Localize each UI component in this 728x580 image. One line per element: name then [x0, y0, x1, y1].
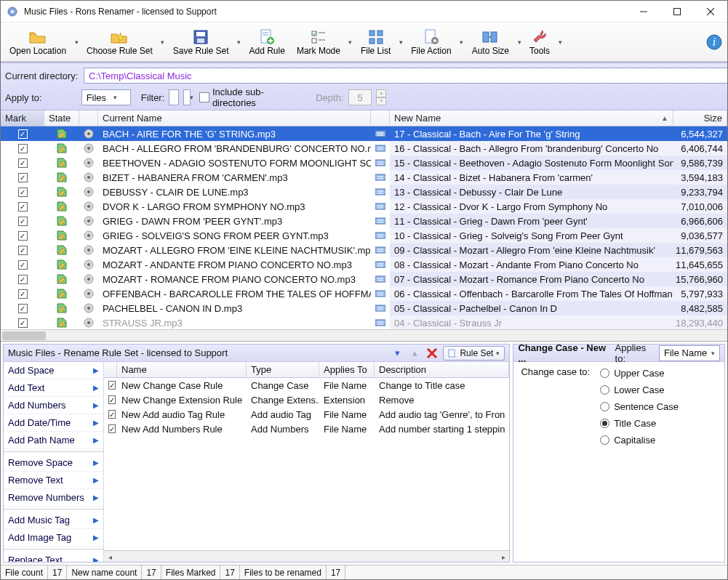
open-location-dropdown[interactable]: ▾: [72, 24, 81, 60]
row-checkbox[interactable]: ✓: [18, 129, 28, 139]
col-size[interactable]: Size: [673, 110, 727, 126]
file-row[interactable]: ✓MOZART - ALLEGRO FROM 'EINE KLEINE NACH…: [1, 243, 727, 257]
info-button[interactable]: i: [704, 32, 724, 52]
file-row[interactable]: ✓OFFENBACH - BARCAROLLE FROM THE TALES O…: [1, 286, 727, 301]
scrollbar-thumb[interactable]: [2, 331, 46, 340]
rule-action-item[interactable]: Add Space▶: [4, 362, 103, 379]
case-radio-option[interactable]: Lower Case: [600, 384, 679, 395]
grid-body[interactable]: ✓BACH - AIRE FOR THE 'G' STRING.mp317 - …: [1, 126, 727, 329]
row-checkbox[interactable]: ✓: [18, 173, 28, 182]
rule-action-item[interactable]: Add Image Tag▶: [4, 529, 103, 547]
scroll-right-icon[interactable]: ▸: [497, 551, 509, 563]
file-row[interactable]: ✓PACHELBEL - CANON IN D.mp305 - Classica…: [1, 301, 727, 315]
apply-to-combo[interactable]: Files▾: [81, 89, 131, 105]
horizontal-scrollbar[interactable]: [1, 329, 727, 341]
file-row[interactable]: ✓BEETHOVEN - ADAGIO SOSTENUTO FORM MOONL…: [1, 156, 727, 170]
case-radio-option[interactable]: Sentence Case: [600, 401, 679, 412]
filter-dropdown[interactable]: ▾: [183, 89, 191, 105]
rule-set-dropdown[interactable]: Rule Set ▾: [443, 346, 505, 361]
case-radio-option[interactable]: Capitalise: [600, 435, 679, 446]
delete-rule-icon[interactable]: [425, 347, 439, 360]
rule-checkbox[interactable]: ✓: [108, 424, 116, 433]
rule-col-desc[interactable]: Description: [375, 362, 509, 377]
file-list-dropdown[interactable]: ▾: [396, 24, 405, 60]
scroll-left-icon[interactable]: ◂: [104, 551, 116, 563]
save-rule-set-button[interactable]: Save Rule Set: [168, 24, 234, 60]
rule-action-item[interactable]: Add Date/Time▶: [4, 414, 103, 432]
save-rule-set-dropdown[interactable]: ▾: [235, 24, 244, 60]
rule-action-item[interactable]: Remove Space▶: [4, 454, 103, 472]
choose-rule-set-dropdown[interactable]: ▾: [159, 24, 167, 60]
minimize-button[interactable]: [627, 1, 660, 23]
row-checkbox[interactable]: ✓: [18, 217, 28, 226]
rule-row[interactable]: ✓New Add Numbers RuleAdd NumbersFile Nam…: [104, 422, 509, 436]
row-checkbox[interactable]: ✓: [18, 304, 28, 313]
col-mark[interactable]: Mark: [1, 110, 44, 126]
rule-action-item[interactable]: Add Numbers▶: [4, 397, 103, 414]
file-row[interactable]: ✓STRAUSS JR.mp304 - Classical - Strauss …: [1, 315, 727, 329]
row-checkbox[interactable]: ✓: [18, 144, 28, 153]
case-radio-option[interactable]: Upper Case: [600, 368, 679, 379]
rule-action-item[interactable]: Add Text▶: [4, 379, 103, 397]
row-checkbox[interactable]: ✓: [18, 246, 28, 255]
row-checkbox[interactable]: ✓: [18, 231, 28, 241]
col-icon-b[interactable]: [371, 110, 390, 126]
rule-action-item[interactable]: Add Music Tag▶: [4, 512, 103, 529]
row-checkbox[interactable]: ✓: [18, 202, 28, 212]
add-rule-button[interactable]: Add Rule: [244, 24, 290, 60]
col-new-name[interactable]: New Name▲: [390, 110, 673, 126]
row-checkbox[interactable]: ✓: [18, 158, 28, 168]
tools-button[interactable]: Tools: [524, 24, 555, 60]
file-action-button[interactable]: File Action: [406, 24, 456, 60]
file-action-dropdown[interactable]: ▾: [457, 24, 466, 60]
file-list-button[interactable]: File List: [356, 24, 396, 60]
file-row[interactable]: ✓BACH - ALLEGRO FROM 'BRANDENBURG' CONCE…: [1, 141, 727, 156]
file-row[interactable]: ✓BIZET - HABANERA FROM 'CARMEN'.mp314 - …: [1, 170, 727, 185]
row-checkbox[interactable]: ✓: [18, 275, 28, 284]
current-dir-field[interactable]: C:\Temp\Classical Music: [84, 68, 728, 84]
mark-mode-dropdown[interactable]: ▾: [346, 24, 355, 60]
filter-field[interactable]: [169, 89, 179, 105]
auto-size-dropdown[interactable]: ▾: [515, 24, 524, 60]
file-row[interactable]: ✓MOZART - ROMANCE FROM PIANO CONCERTO NO…: [1, 272, 727, 286]
rule-action-item[interactable]: Remove Text▶: [4, 472, 103, 489]
rule-col-applies[interactable]: Applies To: [319, 362, 375, 377]
rule-horizontal-scrollbar[interactable]: ◂ ▸: [104, 550, 509, 562]
file-row[interactable]: ✓GRIEG - SOLVEIG'S SONG FROM PEER GYNT.m…: [1, 228, 727, 243]
move-down-icon[interactable]: ▾: [391, 347, 404, 360]
file-row[interactable]: ✓BACH - AIRE FOR THE 'G' STRING.mp317 - …: [1, 126, 727, 141]
auto-size-button[interactable]: Auto Size: [467, 24, 514, 60]
move-up-icon[interactable]: ▴: [408, 347, 421, 360]
rule-row[interactable]: ✓New Change Case RuleChange CaseFile Nam…: [104, 378, 509, 392]
col-icon[interactable]: [79, 110, 98, 126]
rule-col-name[interactable]: Name: [117, 362, 247, 377]
row-checkbox[interactable]: ✓: [18, 188, 28, 197]
col-current-name[interactable]: Current Name: [98, 110, 371, 126]
file-row[interactable]: ✓MOZART - ANDANTE FROM PIANO CONCERTO NO…: [1, 257, 727, 272]
rule-checkbox[interactable]: ✓: [108, 381, 116, 390]
open-location-button[interactable]: Open Location: [4, 24, 71, 60]
file-row[interactable]: ✓DVOR K - LARGO FROM SYMPHONY NO.mp312 -…: [1, 199, 727, 214]
rule-checkbox[interactable]: ✓: [108, 410, 116, 419]
rule-row[interactable]: ✓New Change Extension RuleChange Extens.…: [104, 392, 509, 407]
file-row[interactable]: ✓GRIEG - DAWN FROM 'PEER GYNT'.mp311 - C…: [1, 214, 727, 228]
rule-row[interactable]: ✓New Add audio Tag RuleAdd audio TagFile…: [104, 407, 509, 422]
rule-col-type[interactable]: Type: [247, 362, 319, 377]
rule-action-item[interactable]: Remove Numbers▶: [4, 489, 103, 507]
tools-dropdown[interactable]: ▾: [556, 24, 564, 60]
applies-to-combo[interactable]: File Name ▾: [659, 345, 720, 361]
include-subdirs-checkbox[interactable]: Include sub-directories: [199, 86, 304, 108]
rule-action-item[interactable]: Add Path Name▶: [4, 432, 103, 449]
row-checkbox[interactable]: ✓: [18, 289, 28, 299]
mark-mode-button[interactable]: Mark Mode: [292, 24, 345, 60]
rule-action-item[interactable]: Replace Text▶: [4, 552, 103, 562]
close-button[interactable]: [694, 1, 727, 23]
row-checkbox[interactable]: ✓: [18, 318, 28, 328]
maximize-button[interactable]: [660, 1, 694, 23]
row-checkbox[interactable]: ✓: [18, 260, 28, 270]
case-radio-option[interactable]: Title Case: [600, 418, 679, 429]
file-row[interactable]: ✓DEBUSSY - CLAIR DE LUNE.mp313 - Classic…: [1, 185, 727, 199]
col-state[interactable]: State: [44, 110, 79, 126]
choose-rule-set-button[interactable]: Choose Rule Set: [81, 24, 158, 60]
rule-checkbox[interactable]: ✓: [108, 395, 116, 404]
